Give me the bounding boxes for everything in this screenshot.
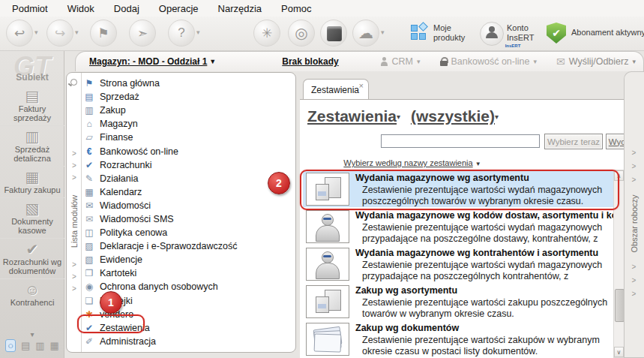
mini-retail-icon[interactable]: ▥ (35, 340, 44, 351)
strip-expander-icon[interactable]: > (67, 148, 82, 159)
globe-icon: ◎ (295, 24, 307, 42)
invoices-sale-icon: ▤ (25, 88, 40, 104)
purchase-icon: ▥ (83, 105, 95, 116)
help-button[interactable]: ? (168, 20, 195, 47)
tab-close-icon[interactable]: × (359, 81, 364, 90)
back-button[interactable]: ↩ (6, 20, 33, 47)
cube-icon (327, 26, 342, 41)
retail-basket-icon: ▥ (25, 128, 40, 145)
strip-expander-icon[interactable]: > (67, 160, 82, 171)
shortcut-rozrachunki[interactable]: ✔ Rozrachunki wg dokumentów (0, 238, 64, 278)
navigate-button[interactable]: ➣ (129, 20, 156, 47)
module-sprzedaz[interactable]: ▤Sprzedaż (83, 90, 293, 104)
module-bankowosc[interactable]: €Bankowość on-line (83, 144, 293, 158)
crm-person-icon (380, 57, 388, 67)
annotation-outline-zestawienia (77, 314, 145, 333)
tab-zestawienia[interactable]: Zestawienia × (303, 79, 369, 100)
mini-purchase-icon[interactable]: ▦ (50, 340, 59, 351)
strip-expander-icon[interactable]: > (625, 174, 643, 185)
konto-insert-icon[interactable]: InsERT (480, 22, 504, 46)
wybierz-teraz-button[interactable]: Wybierz teraz (544, 134, 603, 149)
report-search-input[interactable] (381, 134, 540, 148)
filter-caret-icon: ▼ (475, 161, 481, 167)
sms-icon: ✉ (83, 214, 95, 224)
module-wiadomosci-sms[interactable]: ✉Wiadomości SMS (83, 212, 293, 226)
crm-menu[interactable]: CRM ▾ (380, 56, 421, 67)
search-icon[interactable] (70, 79, 77, 86)
module-administracja[interactable]: ✐Administracja (83, 335, 293, 348)
bankowosc-dropdown-icon: ▾ (533, 58, 537, 65)
back-dropdown-icon[interactable]: ▾ (34, 29, 38, 36)
module-deklaracje[interactable]: ▨Deklaracje i e-Sprawozdawczość (83, 239, 293, 253)
filter-by-name-link[interactable]: Wybierz według nazwy zestawienia ▼ (300, 158, 525, 167)
magazyn-selector[interactable]: Magazyn: - MOD - Oddział 1 (89, 56, 207, 67)
subscription-shield-icon[interactable]: ✔ (547, 23, 566, 44)
forward-icon: ↪ (55, 26, 65, 41)
bankowosc-menu[interactable]: Bankowość on-line ▾ (440, 56, 537, 67)
mini-sales-icon[interactable]: ▤ (21, 340, 30, 351)
strip-expander-icon[interactable]: > (625, 288, 643, 299)
strip-expander-icon[interactable]: > (625, 275, 643, 286)
strip-expander-icon[interactable]: > (625, 261, 643, 272)
menu-podmiot[interactable]: Podmiot (12, 3, 48, 14)
scroll-down-icon[interactable]: ∨ (614, 347, 624, 357)
cloud-button[interactable]: ☁ (352, 20, 379, 47)
module-finanse[interactable]: ▱Finanse (83, 131, 293, 144)
help-dropdown-icon[interactable]: ▾ (196, 29, 200, 36)
report-item-zakup-dokumenty[interactable]: Zakup wg dokumentów Zestawienie prezentu… (303, 320, 613, 357)
module-dzialania[interactable]: ✎Działania (83, 172, 293, 185)
sync-button[interactable]: ✳ (253, 20, 280, 47)
reports-panel: Zestawienia▾ (wszystkie)▾ Wybierz teraz … (300, 99, 624, 358)
strip-expander-icon[interactable]: > (625, 147, 643, 158)
report-item-zakup-asortyment[interactable]: Zakup wg asortymentu Zestawienie prezent… (303, 283, 613, 320)
strip-expander-icon[interactable]: > (67, 259, 82, 270)
shortcut-sprzedaz-detaliczna[interactable]: ▥ Sprzedaż detaliczna (0, 125, 64, 166)
forward-button[interactable]: ↪ (46, 20, 73, 47)
module-polityka-cenowa[interactable]: ◫Polityka cenowa (83, 226, 293, 239)
online-button[interactable]: ◎ (288, 20, 315, 47)
cloud-dropdown-icon[interactable]: ▾ (381, 29, 385, 36)
menu-narzedzia[interactable]: Narzędzia (218, 3, 262, 14)
module-strona-glowna[interactable]: ⚑Strona główna (83, 77, 293, 90)
moje-produkty-icon[interactable] (411, 25, 427, 41)
scope-wszystkie-dropdown[interactable]: (wszystkie) (411, 107, 495, 125)
sidebar-collapse-icon[interactable]: ▾ (0, 330, 64, 338)
report-item-wydania-kody-dostaw[interactable]: Wydania magazynowe wg kodów dostaw, asor… (303, 208, 613, 245)
strip-expander-icon[interactable]: > (67, 283, 82, 294)
labels-icon: ❏ (83, 296, 95, 306)
module-magazyn[interactable]: ⌂Magazyn (83, 117, 293, 131)
pin-button[interactable]: ⚑ (90, 20, 117, 47)
modules-strip: > > > Lista modułów > > > (67, 73, 82, 352)
strip-expander-icon[interactable]: > (625, 161, 643, 172)
shortcut-kontrahenci[interactable]: ☺ Kontrahenci (0, 278, 64, 310)
blokada-link[interactable]: Brak blokady (282, 56, 338, 67)
data-protection-icon: ◉ (83, 281, 95, 292)
strip-expander-icon[interactable]: > (67, 271, 82, 282)
shortcut-sidebar: GT Subiekt ▤ Faktury sprzedaży ▥ Sprzeda… (0, 51, 64, 358)
module-ewidencje[interactable]: ▧Ewidencje (83, 253, 293, 266)
wyslij-odbierz-menu[interactable]: ✉ Wyślij/Odbierz ▾ (556, 56, 636, 68)
konto-insert-label[interactable]: Konto InsERT (507, 23, 540, 43)
forward-dropdown-icon[interactable]: ▾ (75, 29, 79, 36)
report-item-wydania-kontrahenci[interactable]: Wydania magazynowe wg kontrahentów i aso… (303, 245, 613, 282)
magazyn-dropdown-icon[interactable]: ▼ (209, 58, 216, 65)
shortcut-dokumenty-kasowe[interactable]: ▧ Dokumenty kasowe (0, 197, 64, 238)
module-rozrachunki[interactable]: ✔Rozrachunki (83, 158, 293, 172)
mini-circle-icon[interactable]: ○ (5, 339, 16, 352)
finance-icon: ▱ (83, 132, 95, 143)
module-kalendarz[interactable]: ▦Kalendarz (83, 185, 293, 199)
title-zestawienia-dropdown[interactable]: Zestawienia (307, 107, 397, 125)
package-button[interactable] (320, 20, 347, 47)
module-zakup[interactable]: ▥Zakup (83, 104, 293, 117)
menu-dodaj[interactable]: Dodaj (114, 3, 139, 14)
module-wiadomosci[interactable]: ✉Wiadomości (83, 199, 293, 212)
menu-widok[interactable]: Widok (67, 3, 94, 14)
module-kartoteki[interactable]: ❐Kartoteki (83, 266, 293, 280)
moje-produkty-label[interactable]: Moje produkty (433, 23, 472, 43)
menu-operacje[interactable]: Operacje (159, 3, 199, 14)
shortcut-faktury-zakupu[interactable]: ▦ Faktury zakupu (0, 166, 64, 197)
strip-expander-icon[interactable]: > (67, 172, 82, 183)
menu-pomoc[interactable]: Pomoc (281, 3, 311, 14)
actions-icon: ✎ (83, 173, 95, 184)
shortcut-faktury-sprzedazy[interactable]: ▤ Faktury sprzedaży (0, 86, 64, 125)
